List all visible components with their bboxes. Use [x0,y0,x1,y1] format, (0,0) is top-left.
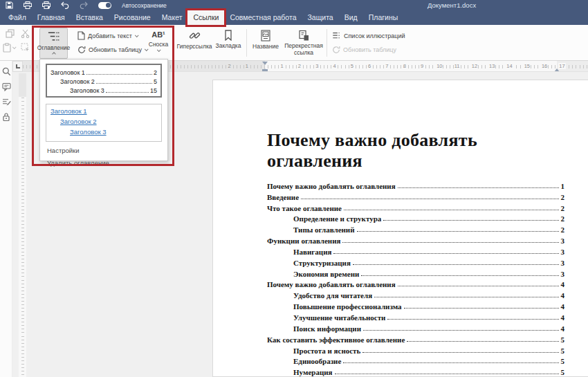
add-text-icon [77,31,85,40]
menu-tab[interactable]: Ссылки [187,10,224,25]
refresh-icon [77,46,86,54]
hyperlink-icon [189,30,201,42]
paste-icon[interactable] [3,43,11,53]
save-icon[interactable] [6,1,13,9]
toc-entry[interactable]: Как составить эффективное оглавление 5 [267,333,564,344]
toc-style-option-classic[interactable]: Заголовок 1 2 Заголовок 2 5 Заголовок 3 … [46,64,162,98]
autosave-toggle[interactable] [98,2,111,9]
update-table-right-button[interactable]: Обновить таблицу [332,46,396,54]
vertical-ruler-margin-zone [19,73,26,97]
menu-tab[interactable]: Вставка [71,10,109,25]
caption-button[interactable]: Название [250,28,281,59]
toc-leader-dots [343,362,558,363]
menu-tabbar: Файл Главная Вставка Рисование Макет Ссы… [0,10,588,25]
menu-tab[interactable]: Файл [3,10,32,25]
select-icon[interactable] [21,43,30,52]
copy-icon[interactable] [6,29,15,38]
toc-leader-dots [333,253,558,254]
toc-entry[interactable]: Единообразие 5 [267,355,564,366]
vertical-ruler [19,73,26,377]
toc-remove-item[interactable]: Удалить оглавление [46,154,162,167]
toc-style-preview-row: Заголовок 2 5 [50,76,157,85]
undo-icon[interactable] [61,1,69,9]
toc-leader-dots [335,374,559,374]
bookmark-button[interactable]: Закладка [213,28,244,59]
toc-entry[interactable]: Определение и структура 2 [267,212,564,223]
quick-print-icon[interactable] [42,1,50,9]
toc-entry[interactable]: Структуризация 3 [267,256,564,267]
toc-entry[interactable]: Поиск информации 4 [267,322,564,333]
print-icon[interactable] [24,1,32,9]
toc-entry[interactable]: Навигация 3 [267,245,564,256]
toc-entry[interactable]: Удобство для читателя 4 [267,288,564,300]
bookmark-icon [224,30,232,41]
redo-icon[interactable] [80,1,88,9]
toc-leader-dots [404,308,559,309]
menu-tab[interactable]: Плагины [363,10,404,25]
left-indent-marker[interactable] [262,69,268,72]
preview-leader-dots [106,92,149,93]
toc-leader-dots [374,297,558,297]
page-content: Почему важно добавлять оглавления Почему… [267,130,564,377]
cut-icon[interactable] [21,29,30,38]
toc-leader-dots [353,264,559,265]
chevron-down-icon [157,48,161,52]
comments-icon[interactable] [2,82,11,91]
hyperlink-button[interactable]: Гиперссылка [176,28,212,59]
footnote-ab1-icon: AB¹ [151,30,165,39]
toc-leader-dots [398,286,559,286]
review-icon[interactable] [2,98,11,106]
toc-entry[interactable]: Что такое оглавление 2 [267,201,564,212]
menu-tab[interactable]: Главная [32,10,71,25]
menu-tab[interactable]: Защита [302,10,338,25]
ruler-left-numbers: 21 [221,61,256,71]
add-text-button[interactable]: Добавить текст [77,31,138,40]
autosave-label: Автосохранение [122,2,167,9]
list-of-figures-button[interactable]: Список иллюстраций [332,31,405,40]
toc-style-option-links[interactable]: Заголовок 1 Заголовок 2 Заголовок 3 [46,104,162,142]
ribbon-toolbar: Оглавление Добавить текст Обновить табли… [0,25,588,61]
right-indent-marker[interactable] [554,66,560,72]
toc-entry[interactable]: Типы оглавлений 2 [267,223,564,234]
toc-leader-dots [344,210,559,210]
toc-entry[interactable]: Нумерация 5 [267,365,564,376]
menu-tab[interactable]: Совместная работа [224,10,302,25]
table-of-contents: Почему важно добавлять оглавления 1 Введ… [267,179,564,377]
toc-leader-dots [363,330,558,331]
update-table-button[interactable]: Обновить таблицу [77,46,147,54]
toc-entry[interactable]: Улучшение читабельности 4 [267,311,564,322]
toc-entry[interactable]: Почему важно добавлять оглавления 4 [267,278,564,289]
paste-dropdown-chevron-icon[interactable] [12,45,17,49]
document-heading: Почему важно добавлять оглавления [267,130,564,172]
menu-tab[interactable]: Вид [339,10,363,25]
toc-entry[interactable]: Экономия времени 3 [267,267,564,278]
tab-stop-selector[interactable] [12,61,23,72]
refresh-icon [332,46,340,54]
cross-reference-button[interactable]: Перекрестная ссылка [282,28,325,59]
app-window: Автосохранение Документ1.docx Файл Главн… [0,0,588,377]
menu-tab[interactable]: Рисование [109,10,156,25]
search-icon[interactable] [2,67,11,76]
chevron-down-icon [135,33,139,37]
toc-entry[interactable]: Функции оглавления 3 [267,234,564,245]
protection-lock-icon[interactable] [2,112,10,122]
footnote-button[interactable]: AB¹ Сноска [145,28,172,59]
toc-button[interactable]: Оглавление [39,28,68,59]
document-page[interactable]: Почему важно добавлять оглавления Почему… [212,80,588,377]
toc-leader-dots [301,199,558,199]
toc-entry[interactable]: Простота и ясность 5 [267,344,564,355]
toc-link-preview-row: Заголовок 3 [50,128,157,138]
preview-leader-dots [86,74,152,75]
toc-entry[interactable]: Повышение профессионализма 4 [267,300,564,311]
toc-dropdown-panel: Заголовок 1 2 Заголовок 2 5 Заголовок 3 … [39,59,168,161]
menu-tab[interactable]: Макет [156,10,188,25]
toc-entry[interactable]: Почему важно добавлять оглавления 1 [267,179,564,190]
toc-settings-item[interactable]: Настройки [46,142,162,154]
ruler-numbers: 1234567891011121314151617 [273,61,571,71]
toc-style-preview-row: Заголовок 1 2 [50,67,157,76]
toc-leader-dots [398,187,559,188]
toc-entry[interactable]: Введение 2 [267,190,564,201]
titlebar: Автосохранение Документ1.docx [0,0,588,10]
caption-icon [261,30,270,42]
left-sidebar [0,61,12,377]
